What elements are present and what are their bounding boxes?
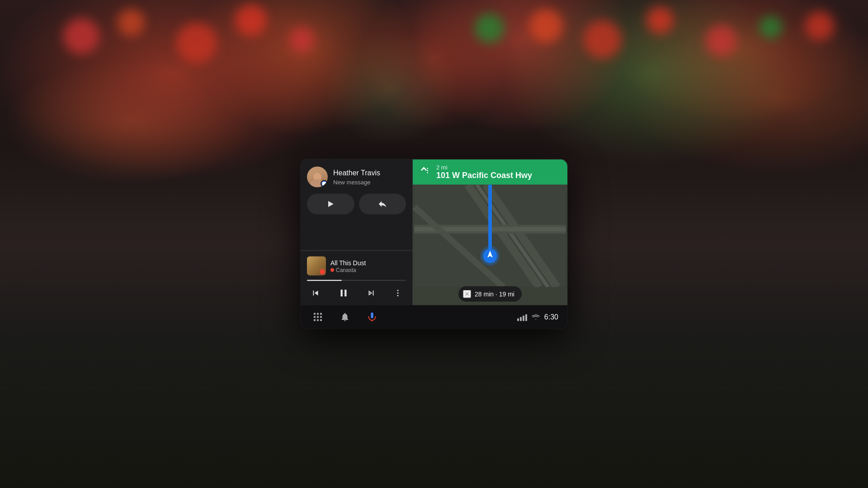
more-icon bbox=[393, 289, 402, 298]
notifications-button[interactable] bbox=[337, 309, 353, 325]
svg-point-1 bbox=[397, 290, 398, 291]
navigation-header: 2 mi 101 W Pacific Coast Hwy bbox=[413, 160, 567, 185]
svg-marker-0 bbox=[328, 201, 334, 207]
message-sender: Heather Travis bbox=[333, 169, 406, 178]
svg-rect-18 bbox=[320, 313, 322, 315]
svg-rect-20 bbox=[317, 316, 319, 318]
play-message-button[interactable] bbox=[307, 194, 354, 215]
artist-dot bbox=[330, 268, 334, 272]
eta-close-button[interactable] bbox=[463, 290, 471, 298]
music-controls bbox=[307, 286, 406, 301]
message-subtitle: New message bbox=[333, 178, 406, 185]
svg-rect-23 bbox=[317, 319, 319, 321]
message-badge bbox=[321, 180, 328, 188]
music-title: All This Dust bbox=[330, 258, 406, 267]
svg-rect-16 bbox=[314, 313, 316, 315]
svg-rect-17 bbox=[317, 313, 319, 315]
pause-icon bbox=[338, 287, 349, 299]
play-icon bbox=[326, 200, 335, 209]
nav-distance: 2 mi bbox=[436, 164, 532, 171]
music-progress-bar[interactable] bbox=[307, 280, 406, 281]
music-card[interactable]: All This Dust Canasta bbox=[301, 251, 412, 305]
music-artist-name: Canasta bbox=[336, 267, 356, 273]
turn-arrow-icon bbox=[419, 164, 432, 177]
signal-icon bbox=[517, 313, 527, 321]
message-text-area: Heather Travis New message bbox=[333, 169, 406, 186]
svg-rect-21 bbox=[320, 316, 322, 318]
main-content-area: Heather Travis New message bbox=[301, 160, 567, 305]
eta-text: 28 min · 19 mi bbox=[475, 291, 514, 298]
message-badge-icon bbox=[322, 182, 326, 186]
album-art bbox=[307, 257, 326, 276]
time-display: 6:30 bbox=[544, 313, 558, 321]
map-panel[interactable]: 2 mi 101 W Pacific Coast Hwy bbox=[413, 160, 567, 305]
message-header: Heather Travis New message bbox=[307, 167, 406, 188]
nav-street: 101 W Pacific Coast Hwy bbox=[436, 171, 532, 180]
svg-point-2 bbox=[397, 292, 398, 294]
svg-rect-19 bbox=[314, 316, 316, 318]
svg-point-3 bbox=[397, 295, 398, 296]
map-visual bbox=[413, 185, 567, 287]
reply-icon bbox=[377, 199, 387, 209]
music-progress-fill bbox=[307, 280, 342, 281]
pause-button[interactable] bbox=[336, 286, 351, 301]
next-track-button[interactable] bbox=[364, 286, 378, 300]
mic-icon bbox=[367, 312, 377, 322]
bell-icon bbox=[340, 312, 350, 322]
music-header: All This Dust Canasta bbox=[307, 257, 406, 276]
svg-rect-22 bbox=[314, 319, 316, 321]
close-icon bbox=[464, 291, 470, 297]
eta-bar: 28 min · 19 mi bbox=[458, 286, 522, 302]
reply-message-button[interactable] bbox=[359, 194, 406, 215]
bottom-navigation bbox=[310, 309, 380, 325]
svg-rect-24 bbox=[320, 319, 322, 321]
apps-grid-button[interactable] bbox=[310, 309, 326, 325]
bottom-bar: 6:30 bbox=[301, 305, 567, 329]
music-info: All This Dust Canasta bbox=[330, 258, 406, 273]
android-auto-display: Heather Travis New message bbox=[301, 160, 567, 329]
recording-badge bbox=[320, 269, 325, 275]
music-artist-row: Canasta bbox=[330, 267, 406, 273]
turn-left-icon bbox=[419, 164, 432, 180]
previous-icon bbox=[311, 288, 321, 298]
left-panel: Heather Travis New message bbox=[301, 160, 413, 305]
grid-icon bbox=[312, 312, 323, 323]
previous-track-button[interactable] bbox=[309, 286, 322, 300]
assistant-button[interactable] bbox=[364, 309, 380, 325]
status-area: 6:30 bbox=[517, 313, 558, 321]
wifi-icon bbox=[532, 314, 540, 320]
next-icon bbox=[366, 288, 376, 298]
map-svg bbox=[413, 185, 567, 287]
avatar bbox=[307, 167, 328, 188]
nav-info: 2 mi 101 W Pacific Coast Hwy bbox=[436, 164, 532, 180]
message-actions bbox=[307, 194, 406, 215]
more-options-button[interactable] bbox=[392, 287, 404, 300]
message-card[interactable]: Heather Travis New message bbox=[301, 160, 412, 251]
